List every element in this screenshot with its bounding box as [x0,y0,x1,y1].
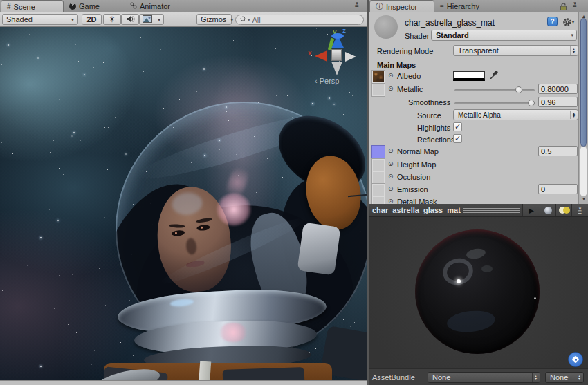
preview-panel-menu[interactable]: ▾ ≡ [571,204,588,216]
scene-toolbar: Shaded ▾ 2D ☀ ▾ Gizmos ▾ ▾ [0,12,367,27]
shading-mode-dropdown[interactable]: Shaded ▾ [2,14,78,25]
star [196,91,197,92]
metallic-target-icon[interactable]: ⊙ [388,85,394,92]
preview-drag-handle[interactable] [463,208,520,213]
star [287,95,288,96]
albedo-texture-thumb[interactable] [371,70,385,84]
tab-inspector[interactable]: ⓘ Inspector [369,0,434,12]
main-maps-header: Main Maps [377,61,416,69]
gizmos-dropdown[interactable]: Gizmos ▾ [196,14,232,25]
inspector-panel-menu[interactable]: ▾ ≡ [573,1,577,9]
occlusion-texture-thumb[interactable] [371,171,385,185]
star [145,109,145,109]
preview-menu-lines-icon: ≡ [578,210,582,214]
tab-game[interactable]: Game [64,0,125,12]
smoothness-value-field[interactable]: 0.96 [538,97,578,107]
sphere-sparkle [457,279,461,283]
star [138,61,138,62]
projection-label[interactable]: ‹Persp [315,77,339,85]
popup-down-icon: ▾ [535,377,537,380]
axis-free-cone-right[interactable] [345,52,356,62]
albedo-color-swatch[interactable] [453,71,485,81]
detail-mask-target-icon[interactable]: ⊙ [388,198,394,204]
speaker-icon [126,15,135,24]
star [66,174,66,175]
star [69,118,70,118]
metallic-slider-knob[interactable] [515,86,522,93]
star [205,97,206,97]
metallic-value-field[interactable]: 0.80000 [538,84,578,94]
tab-animator[interactable]: Animator [125,0,191,12]
star [109,100,109,101]
preview-shape-button[interactable] [540,204,555,216]
gear-dropdown-arrow-icon: ▾ [572,19,574,24]
scene-audio-button[interactable] [121,14,139,25]
normal-map-value-field[interactable]: 0.5 [538,146,578,156]
highlights-checkbox[interactable]: ✓ [453,122,462,131]
tab-hierarchy[interactable]: ≡ Hierarchy [434,0,504,12]
assetbundle-tag-icon[interactable] [568,352,583,367]
axis-free-cone-down[interactable] [331,62,342,75]
star [140,65,140,66]
star [8,44,9,46]
lock-icon[interactable] [560,3,567,12]
scene-panel-menu[interactable]: ▾ ≡ [355,1,359,9]
scene-search-input[interactable]: ▾ All [235,15,364,25]
preview-header[interactable]: char_astrella_glass_mat ▶ ▾ ≡ [369,204,588,217]
smoothness-slider[interactable] [454,102,535,104]
normal-map-texture-thumb[interactable] [371,145,385,159]
material-preview-thumb[interactable] [374,15,398,39]
star [109,283,109,283]
gear-icon[interactable]: ▾ [562,17,575,27]
scene-viewport[interactable]: x y z ‹Persp [0,27,367,385]
scroll-down-icon[interactable]: ▼ [579,196,588,201]
star [49,209,50,210]
preview-sphere[interactable] [415,229,540,354]
scene-lighting-button[interactable]: ☀ [103,14,121,25]
smoothness-slider-knob[interactable] [528,100,535,106]
height-map-target-icon[interactable]: ⊙ [388,160,394,167]
inspector-scrollbar[interactable]: ▲ ▼ [578,12,588,204]
2d-toggle-button[interactable]: 2D [82,14,102,25]
normal-map-target-icon[interactable]: ⊙ [388,147,394,154]
albedo-target-icon[interactable]: ⊙ [388,72,394,79]
help-icon[interactable]: ? [547,17,558,26]
star [15,313,15,314]
reflections-checkbox[interactable]: ✓ [453,134,462,143]
star [90,337,91,337]
occlusion-target-icon[interactable]: ⊙ [388,173,394,180]
preview-viewport[interactable] [369,217,588,368]
scene-effects-button[interactable]: ▾ [139,14,164,25]
assetbundle-dropdown[interactable]: None ▴▾ [428,372,540,383]
metallic-texture-thumb[interactable] [371,83,385,97]
rendering-mode-dropdown[interactable]: Transparent ▴▾ [453,45,578,56]
emission-texture-thumb[interactable] [371,183,385,197]
tab-scene[interactable]: # Scene [1,0,64,12]
star [73,132,75,133]
height-map-texture-thumb[interactable] [371,158,385,172]
metallic-slider[interactable] [454,89,535,91]
star [100,96,100,97]
source-value: Metallic Alpha [458,111,501,119]
assetbundle-variant-dropdown[interactable]: None ▴▾ [545,372,584,383]
2d-label: 2D [86,15,96,24]
preview-lighting-button[interactable] [555,204,571,216]
emission-label: Emission [397,185,428,194]
gizmo-cube[interactable] [331,49,342,61]
source-dropdown[interactable]: Metallic Alpha ▴▾ [453,109,578,120]
play-icon: ▶ [529,207,534,214]
star [68,245,69,245]
star [72,274,73,275]
detail-mask-texture-thumb[interactable] [371,196,385,204]
preview-play-button[interactable]: ▶ [522,204,540,216]
search-icon [240,16,247,24]
scrollbar-thumb[interactable] [580,18,587,147]
shader-dropdown[interactable]: Standard ▾ [431,30,577,41]
axis-x-cone[interactable] [315,50,327,62]
star [2,290,3,291]
emission-value-field[interactable]: 0 [538,184,578,194]
star [12,153,13,154]
eyedropper-icon[interactable] [489,70,499,82]
star [136,348,136,349]
emission-target-icon[interactable]: ⊙ [388,185,394,192]
